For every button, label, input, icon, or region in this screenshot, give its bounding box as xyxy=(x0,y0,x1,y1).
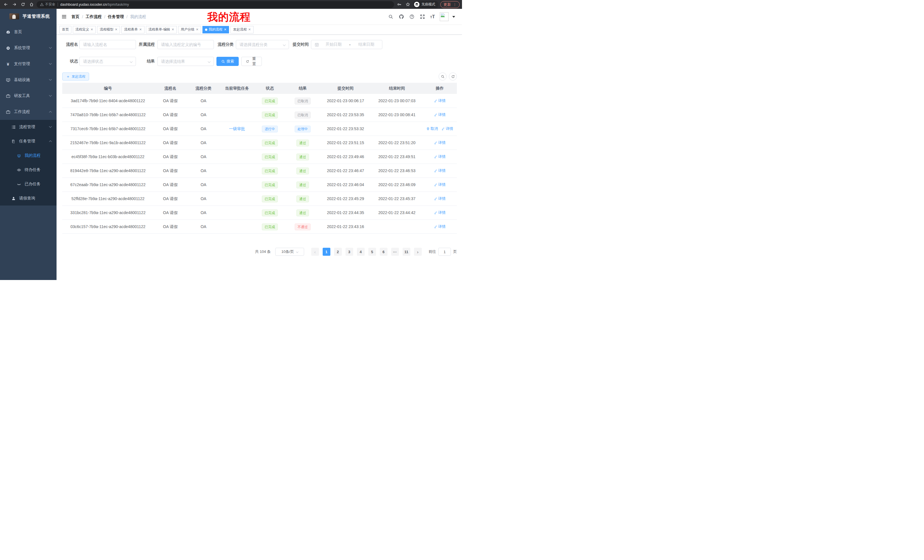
page-button-11[interactable]: 11 xyxy=(403,248,410,256)
github-icon[interactable] xyxy=(398,14,404,20)
search-icon[interactable] xyxy=(388,14,393,20)
sidebar-item-infra[interactable]: 基础设施 xyxy=(0,72,57,88)
plus-icon: ＋ xyxy=(66,75,70,78)
submit-time-range-picker[interactable]: 开始日期 - 结束日期 xyxy=(311,40,382,49)
close-icon[interactable]: ✕ xyxy=(224,28,226,31)
app-logo[interactable]: 芋道管理系统 xyxy=(0,9,57,24)
cell-submit-time: 2022-01-22 23:53:32 xyxy=(320,122,371,136)
cell-end-time: 2022-01-22 23:46:09 xyxy=(371,178,423,192)
process-name-input[interactable] xyxy=(80,40,136,49)
sidebar-item-workflow[interactable]: 工作流程 xyxy=(0,104,57,120)
address-bar[interactable]: 不安全 dashboard.yudao.iocoder.cn/bpm/task/… xyxy=(36,1,394,8)
home-icon[interactable] xyxy=(28,1,35,8)
goto-page-input[interactable] xyxy=(438,248,451,256)
sidebar-menu: 首页 系统管理 ¥ 支付管理 基础设施 研发工具 xyxy=(0,24,57,205)
bookmark-star-icon[interactable] xyxy=(404,1,411,8)
tab-process-form[interactable]: 流程表单✕ xyxy=(122,26,144,33)
font-size-icon[interactable]: TT xyxy=(430,15,435,19)
pagination-total: 共 104 条 xyxy=(255,249,271,254)
reset-button[interactable]: 重置 xyxy=(241,57,262,66)
security-warning[interactable]: 不安全 xyxy=(40,2,56,7)
browser-menu-icon[interactable]: ⋮ xyxy=(453,3,457,7)
sidebar-item-home[interactable]: 首页 xyxy=(0,24,57,40)
page-button-2[interactable]: 2 xyxy=(334,248,342,256)
prev-page-button[interactable]: ‹ xyxy=(311,248,319,256)
task-link[interactable]: 一级审批 xyxy=(229,126,245,131)
detail-link[interactable]: 详情 xyxy=(434,178,446,192)
detail-link[interactable]: 详情 xyxy=(434,220,446,234)
close-icon[interactable]: ✕ xyxy=(196,28,198,31)
category-select[interactable] xyxy=(236,40,289,49)
detail-link[interactable]: 详情 xyxy=(434,206,446,220)
result-select[interactable] xyxy=(158,57,214,66)
sidebar-item-payment[interactable]: ¥ 支付管理 xyxy=(0,56,57,72)
detail-link[interactable]: 详情 xyxy=(441,122,453,136)
detail-link[interactable]: 详情 xyxy=(434,108,446,121)
fullscreen-icon[interactable] xyxy=(420,14,425,20)
update-button[interactable]: 更新 ⋮ xyxy=(440,1,460,8)
close-icon[interactable]: ✕ xyxy=(172,28,174,31)
cell-task xyxy=(220,164,254,178)
next-page-button[interactable]: › xyxy=(414,248,422,256)
breadcrumb-workflow[interactable]: 工作流程 xyxy=(86,14,102,19)
sidebar-item-system[interactable]: 系统管理 xyxy=(0,40,57,56)
chevron-up-icon xyxy=(49,140,52,143)
breadcrumb-task-mgmt[interactable]: 任务管理 xyxy=(108,14,124,19)
cell-result: 通过 xyxy=(285,206,320,220)
start-date-placeholder[interactable]: 开始日期 xyxy=(321,42,346,47)
page-size-select[interactable]: 10条/页 xyxy=(275,248,304,256)
sidebar-item-todo-tasks[interactable]: 待办任务 xyxy=(0,163,57,177)
tab-user-group[interactable]: 用户分组✕ xyxy=(178,26,201,33)
help-icon[interactable] xyxy=(409,14,415,20)
tab-home[interactable]: 首页 xyxy=(59,26,71,33)
tab-process-form-edit[interactable]: 流程表单-编辑✕ xyxy=(146,26,177,33)
reload-icon[interactable] xyxy=(20,1,26,8)
close-icon[interactable]: ✕ xyxy=(139,28,142,31)
tab-process-model[interactable]: 流程模型✕ xyxy=(97,26,120,33)
sidebar-item-my-process[interactable]: 我的流程 xyxy=(0,148,57,163)
avatar[interactable] xyxy=(440,12,448,21)
detail-link[interactable]: 详情 xyxy=(434,94,446,108)
close-icon[interactable]: ✕ xyxy=(115,28,117,31)
page-button-4[interactable]: 4 xyxy=(357,248,364,256)
search-button[interactable]: 搜索 xyxy=(216,57,239,66)
detail-link[interactable]: 详情 xyxy=(434,192,446,205)
show-search-button[interactable] xyxy=(439,72,447,81)
status-select[interactable] xyxy=(80,57,136,66)
end-date-placeholder[interactable]: 结束日期 xyxy=(354,42,379,47)
hamburger-icon[interactable] xyxy=(61,14,67,20)
sidebar-item-devtools[interactable]: 研发工具 xyxy=(0,88,57,104)
breadcrumb-home[interactable]: 首页 xyxy=(71,14,80,19)
refresh-button[interactable] xyxy=(449,72,457,81)
avatar-caret-icon[interactable] xyxy=(452,16,455,18)
sidebar-item-done-tasks[interactable]: 已办任务 xyxy=(0,177,57,191)
sidebar-item-task-mgmt[interactable]: 任务管理 xyxy=(0,134,57,148)
sidebar-item-leave-query[interactable]: 请假查询 xyxy=(0,191,57,205)
close-icon[interactable]: ✕ xyxy=(90,28,93,31)
tab-my-process[interactable]: 我的流程✕ xyxy=(202,26,229,33)
tab-process-definition[interactable]: 流程定义✕ xyxy=(73,26,96,33)
detail-link[interactable]: 详情 xyxy=(434,164,446,178)
cell-actions: 详情 xyxy=(423,94,457,108)
forward-icon[interactable] xyxy=(11,1,18,8)
result-badge: 已取消 xyxy=(295,97,310,105)
page-content: 流程名 所属流程 流程分类 提交时间 开始日期 - 结束日期 状态 结果 xyxy=(57,40,462,256)
more-pages-button[interactable]: ··· xyxy=(391,248,399,256)
start-process-button[interactable]: ＋ 发起流程 xyxy=(62,72,89,81)
cancel-link[interactable]: 取消 xyxy=(426,122,438,136)
edit-icon xyxy=(434,183,438,186)
key-icon[interactable] xyxy=(396,1,403,8)
page-button-5[interactable]: 5 xyxy=(368,248,376,256)
result-badge: 已取消 xyxy=(295,112,310,118)
process-def-input[interactable] xyxy=(158,40,214,49)
monitor-icon xyxy=(6,78,10,82)
back-icon[interactable] xyxy=(2,1,9,8)
detail-link[interactable]: 详情 xyxy=(434,150,446,163)
page-button-6[interactable]: 6 xyxy=(380,248,387,256)
page-button-1[interactable]: 1 xyxy=(322,248,330,256)
sidebar-item-process-mgmt[interactable]: 流程管理 xyxy=(0,120,57,134)
detail-link[interactable]: 详情 xyxy=(434,136,446,150)
page-button-3[interactable]: 3 xyxy=(345,248,353,256)
close-icon[interactable]: ✕ xyxy=(248,28,251,31)
tab-start-process[interactable]: 发起流程✕ xyxy=(230,26,253,33)
